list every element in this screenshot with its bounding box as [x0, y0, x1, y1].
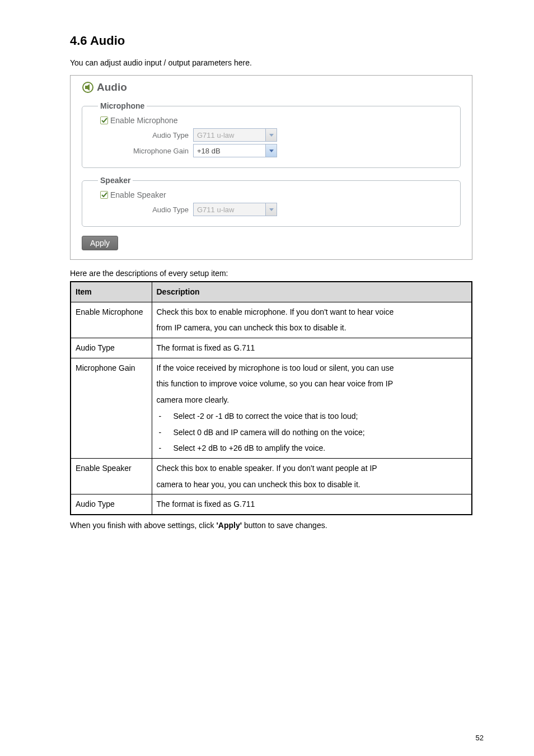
table-intro: Here are the descriptions of every setup…: [70, 269, 472, 278]
enable-microphone-label: Enable Microphone: [110, 116, 178, 125]
desc-cell: If the voice received by microphone is t…: [152, 358, 472, 458]
closing-pre: When you finish with above settings, cli…: [70, 521, 216, 530]
mic-gain-label: Microphone Gain: [98, 147, 193, 155]
panel-title-row: Audio: [82, 81, 461, 94]
chevron-down-icon: [265, 203, 277, 216]
table-row: Audio TypeThe format is fixed as G.711: [71, 338, 472, 358]
enable-microphone-row[interactable]: Enable Microphone: [100, 116, 450, 125]
apply-button[interactable]: Apply: [82, 236, 118, 250]
closing-post: button to save changes.: [242, 521, 327, 530]
mic-gain-value: +18 dB: [194, 144, 265, 157]
panel-title: Audio: [97, 81, 127, 94]
item-cell: Audio Type: [71, 494, 152, 515]
table-row: Enable SpeakerCheck this box to enable s…: [71, 458, 472, 494]
spk-audio-type-value: G711 u-law: [194, 203, 265, 216]
audio-panel: Audio Microphone Enable Microphone Audio…: [70, 75, 472, 260]
th-item: Item: [71, 282, 152, 302]
spk-audio-type-label: Audio Type: [98, 206, 193, 214]
table-row: Audio TypeThe format is fixed as G.711: [71, 494, 472, 515]
microphone-legend: Microphone: [98, 101, 147, 110]
desc-cell: The format is fixed as G.711: [152, 338, 472, 358]
item-cell: Enable Speaker: [71, 458, 152, 494]
intro-text: You can adjust audio input / output para…: [70, 58, 472, 67]
microphone-group: Microphone Enable Microphone Audio Type …: [82, 101, 461, 168]
page-number: 52: [476, 734, 484, 742]
desc-cell: The format is fixed as G.711: [152, 494, 472, 515]
section-heading: 4.6 Audio: [70, 34, 472, 48]
chevron-down-icon: [265, 129, 277, 141]
chevron-down-icon[interactable]: [265, 144, 277, 157]
audio-icon: [82, 81, 94, 94]
mic-audio-type-label: Audio Type: [98, 131, 193, 139]
speaker-group: Speaker Enable Speaker Audio Type G711 u…: [82, 176, 461, 227]
description-table: Item Description Enable MicrophoneCheck …: [70, 281, 472, 515]
item-cell: Audio Type: [71, 338, 152, 358]
table-row: Enable MicrophoneCheck this box to enabl…: [71, 302, 472, 338]
enable-speaker-row[interactable]: Enable Speaker: [100, 190, 450, 199]
desc-cell: Check this box to enable speaker. If you…: [152, 458, 472, 494]
enable-speaker-checkbox[interactable]: [100, 191, 108, 199]
closing-bold: 'Apply': [216, 521, 242, 530]
enable-microphone-checkbox[interactable]: [100, 116, 108, 124]
mic-audio-type-value: G711 u-law: [194, 129, 265, 141]
spk-audio-type-select[interactable]: G711 u-law: [193, 203, 277, 216]
closing-text: When you finish with above settings, cli…: [70, 521, 472, 530]
desc-cell: Check this box to enable microphone. If …: [152, 302, 472, 338]
item-cell: Enable Microphone: [71, 302, 152, 338]
th-desc: Description: [152, 282, 472, 302]
speaker-legend: Speaker: [98, 176, 133, 185]
table-row: Microphone GainIf the voice received by …: [71, 358, 472, 458]
mic-gain-select[interactable]: +18 dB: [193, 144, 277, 157]
mic-audio-type-select[interactable]: G711 u-law: [193, 128, 277, 142]
enable-speaker-label: Enable Speaker: [110, 190, 166, 199]
item-cell: Microphone Gain: [71, 358, 152, 458]
